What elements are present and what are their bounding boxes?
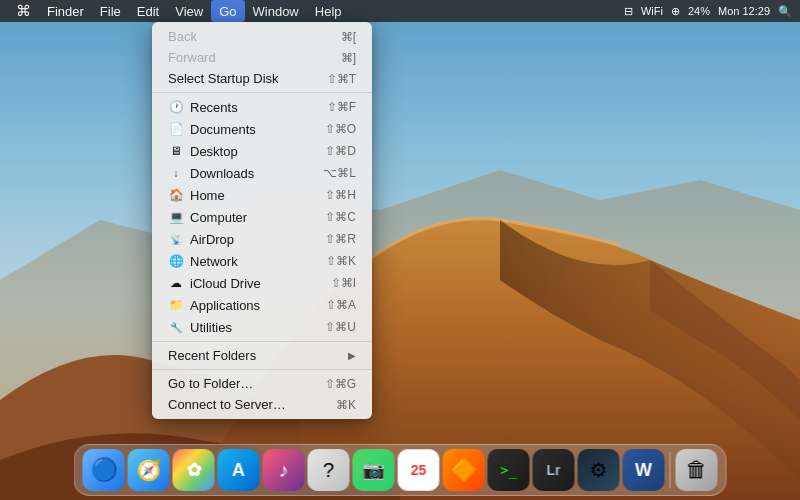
dock-steam[interactable]: ⚙ (578, 449, 620, 491)
menu-item-downloads[interactable]: ↓ Downloads ⌥⌘L (152, 162, 372, 184)
battery-status: 24% (688, 5, 710, 17)
shortcut-network: ⇧⌘K (326, 254, 356, 268)
shortcut-downloads: ⌥⌘L (323, 166, 356, 180)
menubar-left: ⌘ Finder File Edit View Go Window Help (8, 0, 350, 22)
menubar-edit[interactable]: Edit (129, 0, 167, 22)
dock-separator (670, 452, 671, 488)
clock-display: Mon 12:29 (718, 5, 770, 17)
desktop-bg-svg (0, 0, 800, 500)
shortcut-startup: ⇧⌘T (327, 72, 356, 86)
dock-safari[interactable]: 🧭 (128, 449, 170, 491)
dock-facetime[interactable]: 📷 (353, 449, 395, 491)
icloud-icon: ☁ (168, 275, 184, 291)
menu-item-documents[interactable]: 📄 Documents ⇧⌘O (152, 118, 372, 140)
recents-icon: 🕐 (168, 99, 184, 115)
dock-help[interactable]: ? (308, 449, 350, 491)
menubar-go[interactable]: Go (211, 0, 244, 22)
apple-logo: ⌘ (16, 2, 31, 20)
home-icon: 🏠 (168, 187, 184, 203)
wifi-icon[interactable]: WiFi (641, 5, 663, 17)
menu-item-connect-to-server[interactable]: Connect to Server… ⌘K (152, 394, 372, 415)
display-icon[interactable]: ⊟ (624, 5, 633, 18)
menu-item-startup-disk[interactable]: Select Startup Disk ⇧⌘T (152, 68, 372, 89)
shortcut-airdrop: ⇧⌘R (325, 232, 356, 246)
menu-item-back[interactable]: Back ⌘[ (152, 26, 372, 47)
dock-photos[interactable]: ✿ (173, 449, 215, 491)
dock-calendar[interactable]: 25 (398, 449, 440, 491)
shortcut-home: ⇧⌘H (325, 188, 356, 202)
applications-icon: 📁 (168, 297, 184, 313)
menu-item-icloud[interactable]: ☁ iCloud Drive ⇧⌘I (152, 272, 372, 294)
go-dropdown-menu: Back ⌘[ Forward ⌘] Select Startup Disk ⇧… (152, 22, 372, 419)
shortcut-utilities: ⇧⌘U (325, 320, 356, 334)
utilities-icon: 🔧 (168, 319, 184, 335)
menu-item-go-to-folder[interactable]: Go to Folder… ⇧⌘G (152, 373, 372, 394)
dock-word[interactable]: W (623, 449, 665, 491)
menubar-right: ⊟ WiFi ⊕ 24% Mon 12:29 🔍 (624, 5, 792, 18)
shortcut-icloud: ⇧⌘I (331, 276, 356, 290)
menu-item-recent-folders[interactable]: Recent Folders ▶ (152, 345, 372, 366)
menu-item-computer[interactable]: 💻 Computer ⇧⌘C (152, 206, 372, 228)
menu-item-utilities[interactable]: 🔧 Utilities ⇧⌘U (152, 316, 372, 338)
menu-item-applications[interactable]: 📁 Applications ⇧⌘A (152, 294, 372, 316)
shortcut-forward: ⌘] (341, 51, 356, 65)
downloads-icon: ↓ (168, 165, 184, 181)
dock: 🔵 🧭 ✿ A ♪ ? 📷 25 🔶 >_ Lr ⚙ W 🗑 (74, 444, 727, 496)
menubar-finder[interactable]: Finder (39, 0, 92, 22)
shortcut-recents: ⇧⌘F (327, 100, 356, 114)
dock-finder[interactable]: 🔵 (83, 449, 125, 491)
menu-item-airdrop[interactable]: 📡 AirDrop ⇧⌘R (152, 228, 372, 250)
menu-item-recents[interactable]: 🕐 Recents ⇧⌘F (152, 96, 372, 118)
dock-trash[interactable]: 🗑 (676, 449, 718, 491)
documents-icon: 📄 (168, 121, 184, 137)
dock-vlc[interactable]: 🔶 (443, 449, 485, 491)
shortcut-applications: ⇧⌘A (326, 298, 356, 312)
divider-1 (152, 92, 372, 93)
menubar-help[interactable]: Help (307, 0, 350, 22)
dock-music[interactable]: ♪ (263, 449, 305, 491)
spotlight-icon[interactable]: 🔍 (778, 5, 792, 18)
shortcut-go-to-folder: ⇧⌘G (325, 377, 356, 391)
menubar-view[interactable]: View (167, 0, 211, 22)
shortcut-connect-to-server: ⌘K (336, 398, 356, 412)
menu-item-network[interactable]: 🌐 Network ⇧⌘K (152, 250, 372, 272)
desktop-icon: 🖥 (168, 143, 184, 159)
divider-2 (152, 341, 372, 342)
menubar: ⌘ Finder File Edit View Go Window Help ⊟… (0, 0, 800, 22)
shortcut-computer: ⇧⌘C (325, 210, 356, 224)
shortcut-documents: ⇧⌘O (325, 122, 356, 136)
network-icon: 🌐 (168, 253, 184, 269)
submenu-arrow: ▶ (348, 350, 356, 361)
airdrop-icon: 📡 (168, 231, 184, 247)
menu-item-home[interactable]: 🏠 Home ⇧⌘H (152, 184, 372, 206)
menubar-file[interactable]: File (92, 0, 129, 22)
bluetooth-icon[interactable]: ⊕ (671, 5, 680, 18)
menubar-icons: ⊟ WiFi ⊕ 24% Mon 12:29 🔍 (624, 5, 792, 18)
desktop-background (0, 0, 800, 500)
shortcut-back: ⌘[ (341, 30, 356, 44)
dock-appstore[interactable]: A (218, 449, 260, 491)
divider-3 (152, 369, 372, 370)
menubar-window[interactable]: Window (245, 0, 307, 22)
shortcut-desktop: ⇧⌘D (325, 144, 356, 158)
menu-item-forward[interactable]: Forward ⌘] (152, 47, 372, 68)
dock-lightroom[interactable]: Lr (533, 449, 575, 491)
dock-terminal[interactable]: >_ (488, 449, 530, 491)
menu-item-desktop[interactable]: 🖥 Desktop ⇧⌘D (152, 140, 372, 162)
computer-icon: 💻 (168, 209, 184, 225)
apple-menu[interactable]: ⌘ (8, 0, 39, 22)
